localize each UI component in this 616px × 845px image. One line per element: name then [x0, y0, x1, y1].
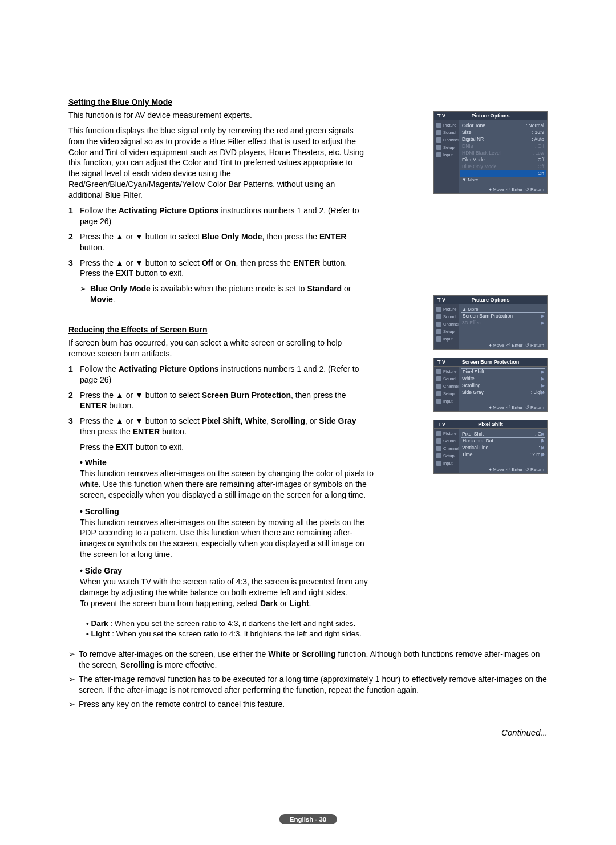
- setup-icon: [436, 145, 441, 150]
- arrow-right-icon: ▶: [541, 383, 545, 388]
- osd-pixel-shift: T V Pixel Shift Picture Sound Channel Se…: [433, 420, 548, 474]
- sound-icon: [436, 376, 441, 381]
- osd-footer: ♦ Move ⏎ Enter ↺ Return: [489, 187, 544, 192]
- section2-intro: If screen burn has occurred, you can sel…: [68, 338, 365, 359]
- arrow-right-icon: ▶: [541, 438, 545, 444]
- section2-step3: 3 Press the ▲ or ▼ button to select Pixe…: [68, 416, 365, 437]
- section1-title: Setting the Blue Only Mode: [68, 97, 548, 108]
- input-icon: [436, 399, 441, 404]
- arrow-right-icon: ▶: [541, 445, 545, 450]
- arrow-right-icon: ▶: [541, 376, 545, 381]
- section1-note: ➢ Blue Only Mode is available when the p…: [80, 283, 365, 305]
- osd-highlight-on: On: [460, 170, 546, 177]
- page-footer: English - 30: [279, 814, 337, 824]
- setup-icon: [436, 391, 441, 396]
- picture-icon: [436, 307, 441, 312]
- input-icon: [436, 336, 441, 342]
- picture-icon: [436, 123, 441, 128]
- bullet-white: • White This function removes after-imag…: [80, 457, 376, 501]
- sound-icon: [436, 314, 441, 319]
- osd-picture-options-1: T V Picture Options Picture Sound Channe…: [433, 111, 548, 194]
- continued-label: Continued...: [68, 727, 548, 738]
- osd-side-nav: Picture Sound Channel Setup Input: [434, 120, 459, 193]
- setup-icon: [436, 453, 441, 458]
- picture-icon: [436, 369, 441, 374]
- sound-icon: [436, 130, 441, 135]
- osd-picture-options-2: T V Picture Options Picture Sound Channe…: [433, 295, 548, 350]
- channel-icon: [436, 384, 441, 389]
- setup-icon: [436, 329, 441, 334]
- picture-icon: [436, 431, 441, 436]
- arrow-right-icon: ▶: [541, 320, 545, 326]
- dark-light-box: • Dark : When you set the screen ratio t…: [80, 615, 376, 643]
- section2-step2: 2 Press the ▲ or ▼ button to select Scre…: [68, 390, 365, 412]
- channel-icon: [436, 137, 441, 143]
- arrow-right-icon: ▶: [541, 313, 545, 319]
- bullet-sidegray: • Side Gray When you watch TV with the s…: [80, 566, 376, 609]
- osd-column: T V Picture Options Picture Sound Channe…: [433, 111, 548, 482]
- tail-note-1: ➢ To remove after-images on the screen, …: [68, 649, 548, 671]
- arrow-right-icon: ▶: [541, 369, 545, 375]
- tail-note-2: ➢ The after-image removal function has t…: [68, 674, 548, 696]
- arrow-right-icon: ▶: [541, 452, 545, 457]
- section1-step2: 2 Press the ▲ or ▼ button to select Blue…: [68, 231, 365, 253]
- arrow-right-icon: ▶: [541, 431, 545, 437]
- channel-icon: [436, 446, 441, 451]
- sound-icon: [436, 438, 441, 444]
- channel-icon: [436, 322, 441, 327]
- bullet-scrolling: • Scrolling This function removes after-…: [80, 506, 376, 560]
- section1-step3: 3 Press the ▲ or ▼ button to select Off …: [68, 258, 365, 279]
- arrow-right-icon: ▶: [541, 389, 545, 395]
- section1-intro2: This function displays the blue signal o…: [68, 125, 365, 201]
- section1-intro1: This function is for AV device measureme…: [68, 110, 365, 121]
- section1-step1: 1 Follow the Activating Picture Options …: [68, 205, 365, 227]
- tail-note-3: ➢ Press any key on the remote control to…: [68, 699, 548, 710]
- section2-step1: 1 Follow the Activating Picture Options …: [68, 364, 365, 385]
- input-icon: [436, 461, 441, 466]
- input-icon: [436, 152, 441, 157]
- osd-screen-burn-protection: T V Screen Burn Protection Picture Sound…: [433, 358, 548, 412]
